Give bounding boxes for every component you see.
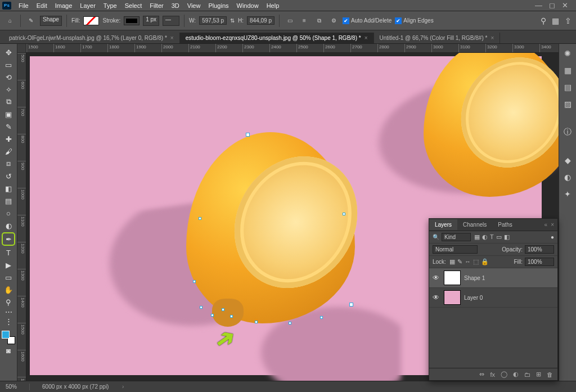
path-arrange-button[interactable]: ⧉ [313, 15, 325, 26]
zoom-tool[interactable]: ⚲ [2, 296, 15, 308]
minimize-button[interactable]: — [535, 1, 542, 10]
menu-window[interactable]: Window [233, 1, 263, 10]
layer-thumbnail[interactable] [444, 290, 461, 305]
history-brush-tool[interactable]: ↺ [2, 170, 15, 182]
document-dimensions[interactable]: 6000 px x 4000 px (72 ppi) [42, 384, 109, 390]
anchor-point[interactable] [211, 314, 214, 317]
anchor-point[interactable] [230, 315, 233, 318]
gradients-panel-icon[interactable]: ▤ [561, 81, 574, 93]
layer-row[interactable]: 👁Layer 0 [429, 288, 557, 308]
ruler-horizontal[interactable]: 1500160017001800190020002100220023002400… [26, 44, 559, 53]
menu-select[interactable]: Select [121, 1, 146, 10]
stroke-width-dropdown[interactable]: 1 px [143, 16, 159, 26]
hand-tool[interactable]: ✋ [2, 284, 15, 295]
menu-help[interactable]: Help [263, 1, 284, 10]
dodge-tool[interactable]: ◐ [2, 220, 15, 231]
libraries-panel-icon[interactable]: ◆ [561, 154, 574, 166]
layer-filter-dropdown[interactable]: Kind [442, 233, 471, 241]
path-select-tool[interactable]: ▶ [2, 259, 15, 271]
layers-panel[interactable]: LayersChannelsPaths «× 🔍 Kind ▦◐T▭◧ ● No… [429, 218, 558, 381]
lasso-tool[interactable]: ⟲ [2, 71, 15, 83]
type-tool[interactable]: T [2, 247, 15, 258]
shape-tool[interactable]: ▭ [2, 272, 15, 283]
layer-thumbnail[interactable] [444, 271, 461, 285]
fill-opacity-field[interactable]: 100% [525, 258, 554, 266]
color-panel-icon[interactable]: ✺ [561, 47, 574, 60]
menu-3d[interactable]: 3D [168, 1, 183, 10]
gear-icon[interactable]: ⚙ [328, 15, 339, 26]
home-icon[interactable]: ⌂ [4, 15, 16, 26]
anchor-point[interactable] [200, 306, 202, 309]
marquee-tool[interactable]: ▭ [2, 59, 15, 70]
anchor-point[interactable] [193, 280, 196, 283]
blend-mode-dropdown[interactable]: Normal [433, 245, 478, 254]
visibility-toggle[interactable]: 👁 [433, 294, 440, 301]
stroke-swatch[interactable] [124, 16, 140, 25]
tool-mode-dropdown[interactable]: Shape [40, 16, 62, 26]
ruler-vertical[interactable]: 5006007008009001000110012001300140015001… [17, 53, 26, 381]
anchor-point[interactable] [222, 308, 224, 311]
document-tab[interactable]: estudio-bloom-ezqnxsqUZ80-unsplash.jpg @… [180, 33, 374, 43]
close-tab-icon[interactable]: × [364, 35, 368, 41]
clone-tool[interactable]: ⧈ [2, 158, 15, 169]
search-icon[interactable]: ⚲ [541, 16, 546, 25]
maximize-button[interactable]: ◻ [549, 1, 555, 10]
height-field[interactable]: 844,09 p [247, 16, 274, 25]
adjustments-panel-icon[interactable]: ◐ [561, 171, 574, 183]
close-tab-icon[interactable]: × [490, 35, 494, 41]
align-edges-checkbox[interactable]: ✔Align Edges [395, 17, 433, 24]
anchor-point[interactable] [343, 213, 345, 215]
menu-edit[interactable]: Edit [33, 1, 51, 10]
link-wh-icon[interactable]: ⇅ [230, 17, 235, 24]
gradient-tool[interactable]: ▤ [2, 195, 15, 206]
group-icon[interactable]: 🗀 [524, 371, 530, 378]
menu-view[interactable]: View [183, 1, 205, 10]
anchor-point[interactable] [289, 322, 291, 325]
layer-name[interactable]: Shape 1 [464, 275, 485, 281]
visibility-toggle[interactable]: 👁 [433, 274, 440, 282]
workspace-icon[interactable]: ▦ [552, 16, 559, 25]
info-panel-icon[interactable]: ⓘ [561, 126, 574, 138]
panel-tab-paths[interactable]: Paths [492, 219, 518, 230]
menu-layer[interactable]: Layer [76, 1, 100, 10]
opacity-field[interactable]: 100% [525, 245, 554, 254]
move-tool[interactable]: ✥ [2, 47, 15, 58]
fill-swatch[interactable] [83, 16, 99, 25]
menu-file[interactable]: File [15, 1, 33, 10]
close-button[interactable]: ✕ [562, 1, 568, 10]
menu-plugins[interactable]: Plugins [204, 1, 232, 10]
crop-tool[interactable]: ⧉ [2, 96, 15, 107]
path-ops-button[interactable]: ▭ [284, 15, 295, 26]
swatches-panel-icon[interactable]: ▦ [561, 64, 574, 76]
frame-tool[interactable]: ▣ [2, 109, 15, 120]
eyedropper-tool[interactable]: ✎ [2, 121, 15, 132]
color-swatches[interactable] [2, 331, 15, 344]
brush-tool[interactable]: 🖌 [2, 146, 15, 157]
auto-add-delete-checkbox[interactable]: ✔Auto Add/Delete [343, 17, 392, 24]
stroke-type-dropdown[interactable]: — [163, 16, 179, 26]
edit-toolbar[interactable]: ⋮ [2, 316, 15, 327]
anchor-point[interactable] [255, 321, 258, 323]
quick-mask-toggle[interactable]: ◙ [2, 345, 15, 356]
layer-fx-icon[interactable]: fx [490, 371, 495, 378]
quick-select-tool[interactable]: ✧ [2, 84, 15, 95]
anchor-point[interactable] [320, 316, 323, 319]
collapse-panel-icon[interactable]: « [544, 222, 548, 228]
menu-filter[interactable]: Filter [146, 1, 167, 10]
link-layers-icon[interactable]: ⇔ [479, 371, 484, 378]
zoom-level[interactable]: 50% [6, 384, 17, 390]
share-icon[interactable]: ⇪ [565, 16, 572, 25]
healing-tool[interactable]: ✚ [2, 133, 15, 145]
document-tab[interactable]: patrick-OlFgeLnjwrM-unsplash.jpg @ 16,7%… [3, 33, 180, 43]
close-tab-icon[interactable]: × [170, 35, 174, 41]
path-align-button[interactable]: ≡ [299, 15, 310, 26]
close-panel-icon[interactable]: × [551, 222, 554, 228]
adjustment-layer-icon[interactable]: ◐ [513, 371, 519, 378]
document-tab[interactable]: Untitled-1 @ 66,7% (Color Fill 1, RGB/8#… [374, 33, 501, 43]
layer-mask-icon[interactable]: ◯ [501, 371, 507, 378]
layer-name[interactable]: Layer 0 [464, 295, 483, 301]
delete-layer-icon[interactable]: 🗑 [547, 371, 553, 378]
anchor-point[interactable] [199, 217, 201, 220]
panel-tab-channels[interactable]: Channels [457, 219, 492, 230]
anchor-point[interactable] [349, 303, 353, 307]
